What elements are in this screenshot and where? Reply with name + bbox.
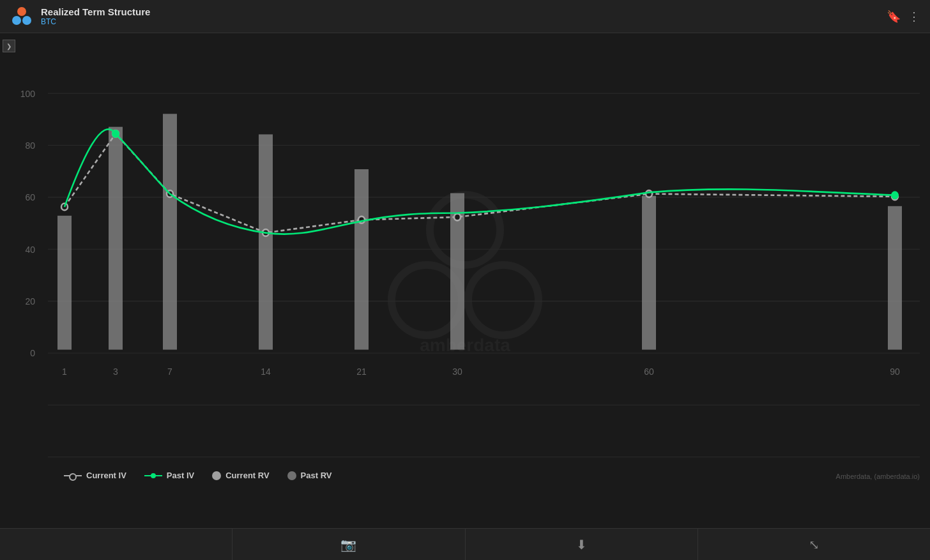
svg-text:0: 0 [30, 348, 35, 359]
current-rv-circle-icon [212, 471, 221, 480]
svg-point-38 [892, 192, 898, 199]
svg-rect-22 [109, 127, 123, 350]
header-left: Realized Term Structure BTC [10, 5, 150, 28]
svg-text:1: 1 [62, 367, 67, 377]
svg-text:7: 7 [167, 367, 172, 377]
past-rv-circle-icon [287, 471, 296, 480]
current-iv-line-icon [64, 475, 82, 476]
chart-container: amberdata 100 80 60 40 20 0 [0, 33, 930, 518]
svg-rect-24 [259, 134, 273, 349]
svg-text:3: 3 [113, 367, 118, 377]
past-iv-line-icon [144, 475, 162, 476]
title-group: Realized Term Structure BTC [41, 6, 150, 26]
svg-text:30: 30 [452, 367, 462, 377]
legend-item-current-rv: Current RV [212, 471, 269, 480]
svg-point-0 [17, 7, 26, 16]
app-logo [10, 5, 33, 28]
svg-point-1 [12, 16, 21, 25]
bottom-section-download[interactable]: ⬇ [466, 529, 698, 560]
svg-text:21: 21 [356, 367, 367, 377]
bottom-section-camera[interactable]: 📷 [232, 529, 465, 560]
past-rv-label: Past RV [301, 471, 332, 480]
legend-item-past-rv: Past RV [287, 471, 332, 480]
svg-point-34 [454, 214, 461, 221]
svg-rect-25 [354, 169, 369, 350]
header: Realized Term Structure BTC 🔖 ⋮ [0, 0, 930, 33]
current-rv-label: Current RV [225, 471, 269, 480]
svg-point-37 [112, 130, 119, 137]
svg-rect-27 [642, 196, 656, 350]
legend-item-current-iv: Current IV [64, 471, 126, 480]
app-title: Realized Term Structure [41, 6, 150, 17]
app-subtitle: BTC [41, 17, 150, 26]
bottom-section-left [0, 529, 232, 560]
svg-text:100: 100 [20, 88, 35, 99]
svg-rect-23 [163, 114, 177, 349]
past-iv-label: Past IV [167, 471, 194, 480]
header-right: 🔖 ⋮ [887, 10, 920, 24]
bookmark-icon[interactable]: 🔖 [887, 10, 901, 24]
bottom-bar: 📷 ⬇ ⤡ [0, 528, 930, 560]
bottom-section-resize[interactable]: ⤡ [698, 529, 930, 560]
camera-icon[interactable]: 📷 [340, 537, 356, 552]
bottom-bar-sections: 📷 ⬇ ⤡ [0, 529, 930, 560]
collapse-button[interactable]: ❯ [3, 40, 15, 52]
svg-text:14: 14 [261, 367, 271, 377]
svg-text:20: 20 [25, 296, 35, 307]
chart-legend: Current IV Past IV Current RV Past RV [64, 471, 332, 480]
legend-item-past-iv: Past IV [144, 471, 194, 480]
more-icon[interactable]: ⋮ [908, 10, 920, 24]
svg-rect-21 [57, 216, 72, 350]
svg-point-2 [22, 16, 31, 25]
svg-text:90: 90 [890, 367, 900, 377]
download-icon[interactable]: ⬇ [576, 537, 587, 552]
svg-rect-28 [888, 206, 902, 350]
attribution: Amberdata, (amberdata.io) [836, 473, 920, 480]
current-iv-label: Current IV [86, 471, 126, 480]
svg-text:40: 40 [25, 244, 35, 255]
svg-text:60: 60 [644, 367, 654, 377]
svg-text:60: 60 [25, 192, 35, 203]
resize-icon[interactable]: ⤡ [809, 537, 819, 552]
chart-svg: 100 80 60 40 20 0 [0, 33, 930, 518]
svg-text:80: 80 [25, 140, 35, 151]
